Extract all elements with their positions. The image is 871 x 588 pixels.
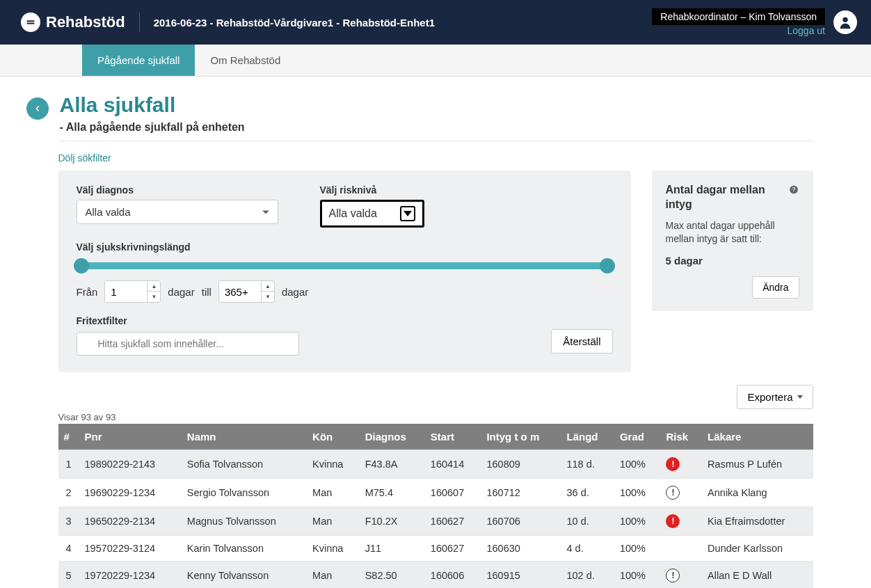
cell-tom: 160706	[481, 507, 561, 536]
cell-langd: 10 d.	[561, 507, 614, 536]
svg-point-2	[842, 17, 847, 22]
cell-grad: 100%	[614, 450, 661, 479]
page-subtitle: - Alla pågående sjukfall på enheten	[60, 121, 245, 134]
col-intyg-tom[interactable]: Intyg t o m	[481, 424, 561, 450]
cell-kon: Kvinna	[307, 536, 360, 562]
cell-index: 2	[58, 479, 79, 507]
result-count: Visar 93 av 93	[58, 412, 813, 422]
svg-text:?: ?	[792, 186, 796, 193]
cell-grad: 100%	[614, 479, 661, 507]
cell-grad: 100%	[614, 507, 661, 536]
breadcrumb: 2016-06-23 - Rehabstöd-Vårdgivare1 - Reh…	[154, 17, 435, 29]
cell-lakare: Dunder Karlsson	[702, 536, 813, 562]
user-icon	[838, 15, 853, 30]
to-step-down[interactable]: ▼	[262, 292, 274, 302]
cell-start: 160627	[425, 507, 481, 536]
col-index[interactable]: #	[58, 424, 79, 450]
cell-kon: Man	[307, 562, 360, 589]
table-row[interactable]: 219690229-1234Sergio TolvanssonManM75.41…	[58, 479, 813, 507]
cell-pnr: 19650229-2134	[79, 507, 182, 536]
from-step-down[interactable]: ▼	[147, 292, 160, 302]
export-button[interactable]: Exportera	[737, 385, 813, 409]
length-filter-label: Välj sjukskrivningslängd	[77, 241, 191, 253]
col-pnr[interactable]: Pnr	[79, 424, 182, 450]
table-row[interactable]: 519720229-1234Kenny TolvanssonManS82.501…	[58, 562, 813, 589]
avatar[interactable]	[833, 10, 857, 34]
col-start[interactable]: Start	[425, 424, 481, 450]
from-input[interactable]	[105, 281, 147, 302]
col-kon[interactable]: Kön	[307, 424, 360, 450]
cell-diagnos: J11	[360, 536, 425, 562]
filter-panel: Välj diagnos Alla valda Välj risknivå Al…	[58, 170, 631, 372]
to-step-up[interactable]: ▲	[262, 281, 274, 292]
freetext-input[interactable]	[77, 332, 299, 356]
cell-langd: 102 d.	[561, 562, 614, 589]
cell-risk: !	[660, 562, 702, 589]
toggle-filter-link[interactable]: Dölj sökfilter	[58, 152, 111, 164]
col-risk[interactable]: Risk	[660, 424, 702, 450]
days-between-desc: Max antal dagar uppehåll mellan intyg är…	[666, 219, 799, 246]
cell-tom: 160915	[481, 562, 561, 589]
help-icon[interactable]: ?	[789, 184, 799, 195]
tab-om-rehabstod[interactable]: Om Rehabstöd	[195, 45, 296, 76]
tabs-bar: Pågående sjukfall Om Rehabstöd	[0, 45, 871, 77]
chevron-down-icon	[400, 206, 415, 221]
cell-risk	[660, 536, 702, 562]
risk-high-icon: !	[666, 514, 680, 528]
table-row[interactable]: 119890229-2143Sofia TolvanssonKvinnaF43.…	[58, 450, 813, 479]
cell-pnr: 19570229-3124	[79, 536, 182, 562]
logo-icon	[21, 13, 40, 32]
col-grad[interactable]: Grad	[614, 424, 661, 450]
length-slider[interactable]	[77, 262, 613, 269]
cell-index: 3	[58, 507, 79, 536]
risk-low-icon: !	[666, 569, 680, 582]
cell-index: 4	[58, 536, 79, 562]
days-between-panel: Antal dagar mellan intyg ? Max antal dag…	[652, 170, 813, 311]
col-lakare[interactable]: Läkare	[702, 424, 813, 450]
days-label-1: dagar	[168, 286, 194, 298]
cell-tom: 160712	[481, 479, 561, 507]
logo[interactable]: Rehabstöd	[21, 13, 125, 32]
table-header-row: # Pnr Namn Kön Diagnos Start Intyg t o m…	[58, 424, 813, 450]
cell-kon: Man	[307, 479, 360, 507]
cell-diagnos: S82.50	[360, 562, 425, 589]
risk-select-value: Alla valda	[329, 207, 377, 220]
freetext-filter-label: Fritextfilter	[77, 315, 127, 326]
logout-link[interactable]: Logga ut	[652, 25, 825, 36]
cell-namn: Sergio Tolvansson	[182, 479, 307, 507]
from-label: Från	[77, 286, 98, 298]
diagnosis-select[interactable]: Alla valda	[77, 200, 278, 224]
from-stepper[interactable]: ▲ ▼	[104, 280, 161, 303]
col-namn[interactable]: Namn	[182, 424, 307, 450]
back-button[interactable]	[26, 97, 49, 120]
risk-select[interactable]: Alla valda	[320, 200, 424, 228]
cell-index: 5	[58, 562, 79, 589]
cell-start: 160607	[425, 479, 481, 507]
table-row[interactable]: 319650229-2134Magnus TolvanssonManF10.2X…	[58, 507, 813, 536]
cell-risk: !	[660, 450, 702, 479]
days-between-value: 5 dagar	[666, 255, 799, 267]
cell-kon: Kvinna	[307, 450, 360, 479]
reset-button[interactable]: Återställ	[551, 329, 612, 353]
risk-low-icon: !	[666, 486, 680, 500]
cell-tom: 160809	[481, 450, 561, 479]
col-diagnos[interactable]: Diagnos	[360, 424, 425, 450]
cell-index: 1	[58, 450, 79, 479]
cell-lakare: Annika Klang	[702, 479, 813, 507]
to-stepper[interactable]: ▲ ▼	[218, 280, 275, 303]
table-row[interactable]: 419570229-3124Karin TolvanssonKvinnaJ111…	[58, 536, 813, 562]
export-label: Exportera	[747, 391, 792, 403]
cell-langd: 36 d.	[561, 479, 614, 507]
slider-handle-from[interactable]	[74, 258, 89, 273]
cell-namn: Kenny Tolvansson	[182, 562, 307, 589]
slider-handle-to[interactable]	[600, 258, 615, 273]
cell-langd: 118 d.	[561, 450, 614, 479]
from-step-up[interactable]: ▲	[147, 281, 160, 292]
tab-pagaende-sjukfall[interactable]: Pågående sjukfall	[82, 45, 195, 76]
to-input[interactable]	[219, 281, 261, 302]
cell-langd: 4 d.	[561, 536, 614, 562]
cell-pnr: 19690229-1234	[79, 479, 182, 507]
col-langd[interactable]: Längd	[561, 424, 614, 450]
change-days-button[interactable]: Ändra	[752, 276, 799, 299]
title-divider	[58, 141, 813, 141]
